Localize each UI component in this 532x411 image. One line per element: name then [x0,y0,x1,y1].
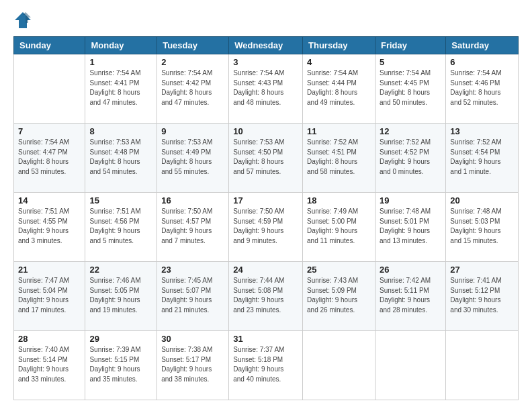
day-number: 31 [233,334,298,344]
day-number: 6 [450,57,514,67]
day-info: Sunrise: 7:42 AM Sunset: 5:11 PM Dayligh… [380,276,441,315]
calendar-cell: 21Sunrise: 7:47 AM Sunset: 5:04 PM Dayli… [14,262,85,331]
calendar-cell: 30Sunrise: 7:38 AM Sunset: 5:17 PM Dayli… [157,331,229,400]
day-number: 27 [450,265,514,275]
day-info: Sunrise: 7:48 AM Sunset: 5:03 PM Dayligh… [450,207,514,246]
day-info: Sunrise: 7:50 AM Sunset: 4:57 PM Dayligh… [161,207,224,246]
day-number: 24 [233,265,298,275]
day-number: 4 [307,57,371,67]
day-info: Sunrise: 7:50 AM Sunset: 4:59 PM Dayligh… [233,207,298,246]
calendar-day-header: Sunday [14,37,85,54]
day-number: 12 [380,126,441,136]
calendar-cell: 18Sunrise: 7:49 AM Sunset: 5:00 PM Dayli… [303,193,375,262]
calendar-cell: 23Sunrise: 7:45 AM Sunset: 5:07 PM Dayli… [157,262,229,331]
calendar-day-header: Monday [85,37,157,54]
day-number: 21 [18,265,81,275]
calendar-cell: 31Sunrise: 7:37 AM Sunset: 5:18 PM Dayli… [229,331,303,400]
calendar-cell: 6Sunrise: 7:54 AM Sunset: 4:46 PM Daylig… [446,54,519,124]
day-info: Sunrise: 7:45 AM Sunset: 5:07 PM Dayligh… [161,276,224,315]
calendar-cell: 11Sunrise: 7:52 AM Sunset: 4:51 PM Dayli… [303,124,375,193]
day-number: 19 [380,195,441,205]
calendar-header-row: SundayMondayTuesdayWednesdayThursdayFrid… [14,37,519,54]
day-info: Sunrise: 7:54 AM Sunset: 4:42 PM Dayligh… [161,68,224,107]
day-number: 1 [89,57,152,67]
day-info: Sunrise: 7:51 AM Sunset: 4:55 PM Dayligh… [18,207,81,246]
calendar-cell: 16Sunrise: 7:50 AM Sunset: 4:57 PM Dayli… [157,193,229,262]
calendar-cell: 10Sunrise: 7:53 AM Sunset: 4:50 PM Dayli… [229,124,303,193]
header [13,11,519,30]
calendar-cell: 24Sunrise: 7:44 AM Sunset: 5:08 PM Dayli… [229,262,303,331]
calendar-week-row: 1Sunrise: 7:54 AM Sunset: 4:41 PM Daylig… [14,54,519,124]
day-number: 7 [18,126,81,136]
calendar-cell: 27Sunrise: 7:41 AM Sunset: 5:12 PM Dayli… [446,262,519,331]
calendar-day-header: Tuesday [157,37,229,54]
calendar-week-row: 7Sunrise: 7:54 AM Sunset: 4:47 PM Daylig… [14,124,519,193]
day-number: 25 [307,265,371,275]
calendar-cell: 12Sunrise: 7:52 AM Sunset: 4:52 PM Dayli… [375,124,445,193]
day-number: 30 [161,334,224,344]
calendar-cell: 9Sunrise: 7:53 AM Sunset: 4:49 PM Daylig… [157,124,229,193]
day-number: 18 [307,195,371,205]
day-number: 13 [450,126,514,136]
day-info: Sunrise: 7:48 AM Sunset: 5:01 PM Dayligh… [380,207,441,246]
calendar-cell: 4Sunrise: 7:54 AM Sunset: 4:44 PM Daylig… [303,54,375,124]
calendar-cell: 13Sunrise: 7:52 AM Sunset: 4:54 PM Dayli… [446,124,519,193]
day-info: Sunrise: 7:54 AM Sunset: 4:47 PM Dayligh… [18,138,81,177]
calendar-cell: 14Sunrise: 7:51 AM Sunset: 4:55 PM Dayli… [14,193,85,262]
day-info: Sunrise: 7:38 AM Sunset: 5:17 PM Dayligh… [161,345,224,384]
day-info: Sunrise: 7:47 AM Sunset: 5:04 PM Dayligh… [18,276,81,315]
calendar-cell: 3Sunrise: 7:54 AM Sunset: 4:43 PM Daylig… [229,54,303,124]
logo [13,11,35,30]
calendar-week-row: 28Sunrise: 7:40 AM Sunset: 5:14 PM Dayli… [14,331,519,400]
day-number: 11 [307,126,371,136]
calendar-cell: 25Sunrise: 7:43 AM Sunset: 5:09 PM Dayli… [303,262,375,331]
calendar-cell: 7Sunrise: 7:54 AM Sunset: 4:47 PM Daylig… [14,124,85,193]
day-info: Sunrise: 7:41 AM Sunset: 5:12 PM Dayligh… [450,276,514,315]
day-number: 15 [89,195,152,205]
day-info: Sunrise: 7:54 AM Sunset: 4:43 PM Dayligh… [233,68,298,107]
calendar-cell: 19Sunrise: 7:48 AM Sunset: 5:01 PM Dayli… [375,193,445,262]
day-number: 20 [450,195,514,205]
logo-icon [13,11,32,30]
svg-marker-0 [15,12,31,28]
day-number: 14 [18,195,81,205]
day-number: 22 [89,265,152,275]
calendar-cell: 26Sunrise: 7:42 AM Sunset: 5:11 PM Dayli… [375,262,445,331]
day-info: Sunrise: 7:49 AM Sunset: 5:00 PM Dayligh… [307,207,371,246]
calendar-cell: 17Sunrise: 7:50 AM Sunset: 4:59 PM Dayli… [229,193,303,262]
day-number: 29 [89,334,152,344]
calendar-cell: 8Sunrise: 7:53 AM Sunset: 4:48 PM Daylig… [85,124,157,193]
day-number: 26 [380,265,441,275]
calendar-cell: 29Sunrise: 7:39 AM Sunset: 5:15 PM Dayli… [85,331,157,400]
calendar-cell: 5Sunrise: 7:54 AM Sunset: 4:45 PM Daylig… [375,54,445,124]
day-number: 9 [161,126,224,136]
calendar-day-header: Friday [375,37,445,54]
day-info: Sunrise: 7:52 AM Sunset: 4:51 PM Dayligh… [307,138,371,177]
day-number: 3 [233,57,298,67]
calendar-cell [375,331,445,400]
calendar-week-row: 21Sunrise: 7:47 AM Sunset: 5:04 PM Dayli… [14,262,519,331]
day-info: Sunrise: 7:52 AM Sunset: 4:52 PM Dayligh… [380,138,441,177]
calendar-day-header: Thursday [303,37,375,54]
day-info: Sunrise: 7:51 AM Sunset: 4:56 PM Dayligh… [89,207,152,246]
calendar-cell [303,331,375,400]
calendar-day-header: Wednesday [229,37,303,54]
calendar-cell [14,54,85,124]
calendar-day-header: Saturday [446,37,519,54]
calendar-week-row: 14Sunrise: 7:51 AM Sunset: 4:55 PM Dayli… [14,193,519,262]
day-number: 23 [161,265,224,275]
day-info: Sunrise: 7:53 AM Sunset: 4:48 PM Dayligh… [89,138,152,177]
day-number: 5 [380,57,441,67]
day-info: Sunrise: 7:44 AM Sunset: 5:08 PM Dayligh… [233,276,298,315]
calendar-cell: 22Sunrise: 7:46 AM Sunset: 5:05 PM Dayli… [85,262,157,331]
day-number: 16 [161,195,224,205]
calendar-cell: 2Sunrise: 7:54 AM Sunset: 4:42 PM Daylig… [157,54,229,124]
calendar-cell: 15Sunrise: 7:51 AM Sunset: 4:56 PM Dayli… [85,193,157,262]
day-info: Sunrise: 7:54 AM Sunset: 4:41 PM Dayligh… [89,68,152,107]
day-info: Sunrise: 7:52 AM Sunset: 4:54 PM Dayligh… [450,138,514,177]
day-number: 28 [18,334,81,344]
day-number: 10 [233,126,298,136]
day-info: Sunrise: 7:43 AM Sunset: 5:09 PM Dayligh… [307,276,371,315]
day-info: Sunrise: 7:54 AM Sunset: 4:45 PM Dayligh… [380,68,441,107]
day-info: Sunrise: 7:37 AM Sunset: 5:18 PM Dayligh… [233,345,298,384]
